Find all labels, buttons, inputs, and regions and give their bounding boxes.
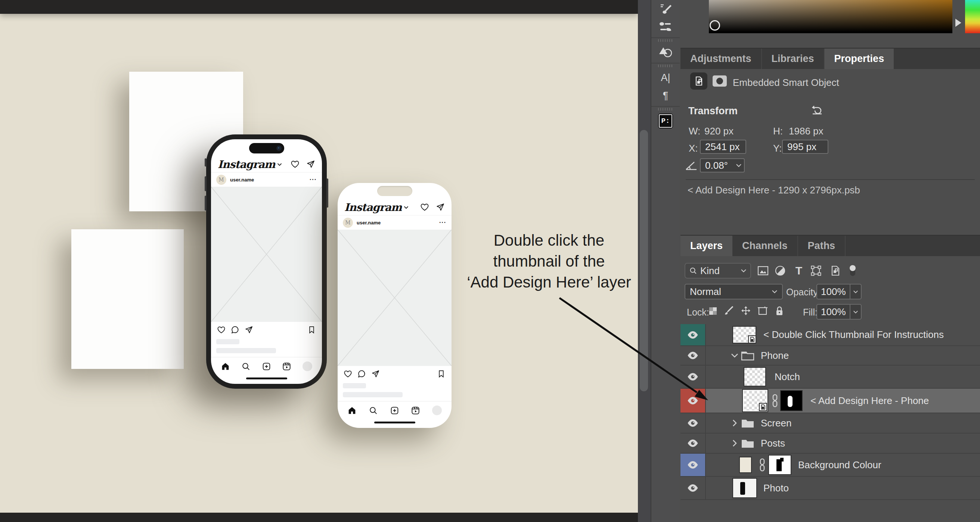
filter-adjustment-layers-icon[interactable]	[774, 264, 786, 277]
layer-row-instructions[interactable]: < Double Click Thumbnail For Instruction…	[681, 324, 980, 346]
tab-adjustments[interactable]: Adjustments	[681, 49, 762, 69]
lock-all-icon[interactable]	[774, 306, 785, 317]
share-plane-icon	[245, 326, 253, 334]
layer-row-posts-group[interactable]: Posts	[681, 433, 980, 454]
kind-filter-label: Kind	[700, 265, 720, 277]
filter-smart-object-icon[interactable]	[829, 264, 842, 277]
filter-image-layers-icon[interactable]	[757, 264, 769, 277]
layer-thumbnail[interactable]	[732, 478, 757, 498]
angle-input[interactable]: 0.08°	[700, 158, 734, 172]
eye-icon[interactable]	[686, 372, 699, 381]
username-label: user.name	[230, 177, 254, 183]
tab-properties[interactable]: Properties	[825, 49, 894, 69]
filter-type-layers-icon[interactable]: T	[792, 264, 805, 277]
layer-thumbnail[interactable]	[744, 367, 766, 387]
layer-visibility-cell[interactable]	[681, 346, 706, 365]
layer-visibility-cell[interactable]	[681, 366, 706, 388]
expand-chevron-icon[interactable]	[732, 439, 737, 447]
eye-icon[interactable]	[686, 419, 699, 427]
shapes-panel-icon[interactable]	[651, 43, 680, 61]
eye-icon[interactable]	[686, 396, 699, 405]
lock-artboard-icon[interactable]	[757, 306, 768, 317]
brushes-panel-icon[interactable]	[651, 18, 680, 36]
mask-link-icon[interactable]	[772, 394, 778, 407]
layer-row-photo[interactable]: Photo	[681, 477, 980, 500]
layer-row-add-design-phone[interactable]: < Add Design Here - Phone	[681, 389, 980, 413]
canvas-scrollbar-thumb[interactable]	[640, 130, 648, 392]
document-canvas[interactable]: Instagram M user.name ···	[0, 0, 638, 522]
chevron-down-icon	[404, 204, 409, 211]
layer-row-screen-group[interactable]: Screen	[681, 413, 980, 433]
tab-layers[interactable]: Layers	[681, 236, 732, 256]
layer-visibility-cell[interactable]	[681, 413, 706, 433]
tab-libraries[interactable]: Libraries	[762, 49, 825, 69]
layer-row-phone-group[interactable]: Phone	[681, 346, 980, 366]
caption-placeholder	[337, 382, 452, 401]
transform-section-title: Transform	[688, 105, 738, 117]
tab-channels[interactable]: Channels	[732, 236, 798, 256]
color-picker-cursor[interactable]	[710, 20, 720, 30]
reset-transform-icon[interactable]	[811, 104, 823, 117]
color-picker-field[interactable]	[709, 0, 952, 33]
hue-slider[interactable]	[965, 0, 980, 33]
smart-object-thumbnail[interactable]	[743, 390, 767, 412]
eye-icon[interactable]	[686, 351, 699, 360]
layer-row-notch[interactable]: Notch	[681, 366, 980, 389]
dock-grip[interactable]	[658, 108, 673, 110]
chevron-down-icon[interactable]	[850, 305, 861, 319]
eye-icon[interactable]	[686, 439, 699, 447]
layer-visibility-cell[interactable]	[681, 324, 706, 345]
dock-grip[interactable]	[658, 65, 673, 67]
layer-row-background-colour[interactable]: Background Colour	[681, 454, 980, 477]
brush-settings-panel-icon[interactable]	[651, 0, 680, 18]
paragraph-panel-icon[interactable]: ¶	[651, 87, 680, 105]
eye-icon[interactable]	[686, 331, 699, 339]
y-position-input[interactable]: 995 px	[782, 140, 828, 154]
collapse-chevron-icon[interactable]	[730, 353, 739, 358]
character-panel-icon[interactable]: A|	[651, 69, 680, 87]
caption-placeholder	[211, 337, 322, 357]
chevron-down-icon[interactable]	[850, 285, 861, 299]
layer-visibility-cell[interactable]	[681, 454, 706, 476]
layer-mask-thumbnail[interactable]	[768, 455, 791, 475]
paper-mockup-bottom	[72, 229, 184, 369]
lock-pixels-icon[interactable]	[723, 306, 734, 317]
mask-icon	[713, 75, 727, 87]
blend-mode-select[interactable]: Normal	[684, 284, 783, 299]
fill-colour-swatch[interactable]	[739, 457, 752, 473]
search-icon	[369, 406, 378, 415]
layer-visibility-cell[interactable]	[681, 389, 706, 412]
layer-visibility-cell[interactable]	[681, 477, 706, 499]
bookmark-icon	[307, 326, 316, 334]
search-icon	[689, 267, 697, 275]
dock-grip[interactable]	[658, 39, 673, 42]
layer-thumbnail[interactable]	[732, 326, 756, 344]
instagram-logo: Instagram	[218, 158, 275, 171]
expand-chevron-icon[interactable]	[732, 419, 737, 427]
annotation-line: ‘Add Design Here’ layer	[460, 272, 638, 293]
lock-transparency-icon[interactable]	[707, 306, 719, 317]
filter-toggle[interactable]	[846, 264, 859, 277]
heart-icon	[420, 203, 429, 212]
hue-slider-pointer[interactable]	[955, 19, 961, 27]
layer-visibility-cell[interactable]	[681, 433, 706, 453]
phone-mockup-flat: Instagram M user.name ···	[337, 183, 452, 428]
lock-position-icon[interactable]	[740, 306, 751, 317]
mask-link-icon[interactable]	[759, 458, 765, 472]
filter-shape-layers-icon[interactable]	[810, 264, 822, 277]
layer-filter-kind-select[interactable]: Kind	[684, 263, 751, 279]
eye-icon[interactable]	[686, 461, 699, 469]
opacity-input[interactable]: 100%	[816, 284, 862, 299]
eye-icon[interactable]	[686, 484, 699, 492]
plugin-panel-icon[interactable]: P:	[651, 112, 680, 130]
angle-dropdown-chevron[interactable]	[733, 158, 745, 172]
layer-mask-thumbnail[interactable]	[780, 390, 803, 411]
phone-notch-cutout	[377, 186, 412, 196]
canvas-scrollbar-track[interactable]	[638, 0, 651, 522]
layer-name: Photo	[764, 482, 789, 494]
opacity-label: Opacity:	[786, 287, 821, 298]
instagram-header: Instagram	[337, 199, 452, 215]
fill-input[interactable]: 100%	[816, 304, 862, 320]
tab-paths[interactable]: Paths	[798, 236, 846, 256]
x-position-input[interactable]: 2541 px	[700, 140, 746, 154]
